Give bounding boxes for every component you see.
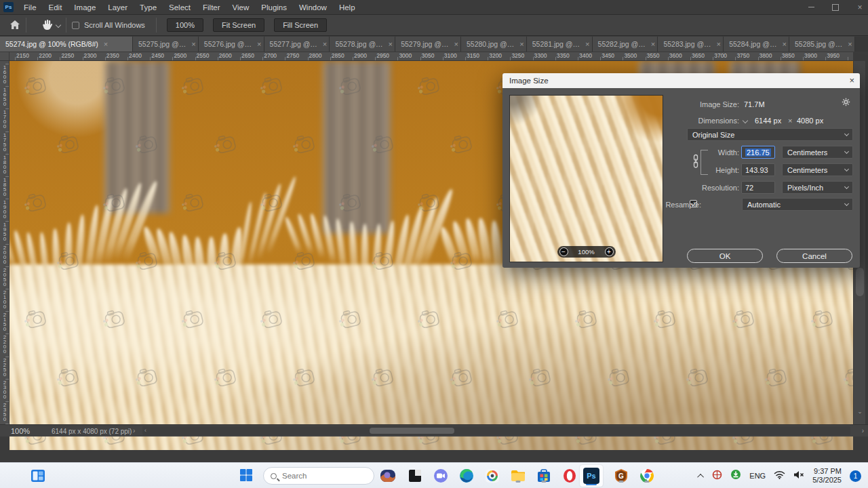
teams-chat-icon[interactable] (433, 468, 449, 484)
tab-close-icon[interactable]: × (651, 40, 655, 48)
tab-label: 55274.jpg @ 100% (RGB/8#) (5, 40, 98, 48)
document-tab[interactable]: 55282.jpg @…× (593, 37, 658, 52)
dialog-title-bar[interactable]: Image Size × (502, 73, 860, 88)
fit-screen-button[interactable]: Fit Screen (213, 18, 264, 32)
menu-item-type[interactable]: Type (134, 1, 163, 14)
document-tab[interactable]: 55279.jpg @…× (395, 37, 461, 52)
menu-item-file[interactable]: File (18, 1, 43, 14)
resolution-unit-dropdown[interactable]: Pixels/Inch (782, 181, 853, 194)
document-tab-active[interactable]: 55274.jpg @ 100% (RGB/8#)× (0, 37, 133, 52)
document-tab[interactable]: 55281.jpg @…× (527, 37, 593, 52)
cancel-button[interactable]: Cancel (776, 249, 852, 263)
resample-dropdown[interactable]: Automatic (742, 198, 853, 211)
image-preview[interactable]: − 100% + (509, 95, 663, 262)
tab-close-icon[interactable]: × (191, 40, 195, 48)
tab-close-icon[interactable]: × (104, 40, 108, 48)
file-explorer-icon[interactable] (510, 468, 526, 484)
tab-close-icon[interactable]: × (519, 40, 524, 48)
dark-app-icon[interactable] (407, 468, 423, 484)
document-tab[interactable]: 55280.jpg @…× (461, 37, 527, 52)
dialog-close-icon[interactable]: × (849, 75, 854, 85)
menu-item-plugins[interactable]: Plugins (255, 1, 293, 14)
tab-close-icon[interactable]: × (585, 40, 589, 48)
ruler-tick-label: 2400 (129, 52, 142, 59)
tray-app-icon-red[interactable] (712, 470, 722, 483)
svg-text:G: G (618, 472, 624, 480)
language-indicator[interactable]: ENG (749, 472, 766, 480)
document-tab[interactable]: 55278.jpg @…× (330, 37, 395, 52)
fill-screen-button[interactable]: Fill Screen (274, 18, 327, 32)
horizontal-scrollbar[interactable]: ‹ (142, 426, 850, 435)
document-tab[interactable]: 55275.jpg @…× (133, 37, 199, 52)
tray-expand-icon[interactable] (697, 473, 704, 480)
dimensions-chevron-icon[interactable] (743, 118, 748, 123)
height-input[interactable]: 143.93 (741, 163, 775, 176)
hand-tool-icon[interactable] (41, 19, 52, 32)
document-tab[interactable]: 55284.jpg @…× (724, 37, 789, 52)
scroll-left-icon[interactable]: ‹ (144, 427, 146, 434)
system-tray: ENG 9:37 PM 5/3/2025 1 (699, 463, 868, 488)
microsoft-store-icon[interactable] (536, 468, 552, 484)
zoom-out-button[interactable]: − (559, 247, 568, 256)
chrome-browser-icon[interactable] (639, 468, 655, 484)
fit-to-dropdown[interactable]: Original Size (687, 128, 853, 141)
document-tab[interactable]: 55283.jpg @…× (658, 37, 724, 52)
tab-close-icon[interactable]: × (257, 40, 261, 48)
start-button[interactable] (239, 468, 255, 484)
scroll-right-icon[interactable]: › (862, 427, 864, 434)
horizontal-scrollbar-thumb[interactable] (370, 428, 454, 434)
photos-app-icon[interactable] (380, 468, 396, 484)
document-tab[interactable]: 55277.jpg @…× (264, 37, 330, 52)
ok-button[interactable]: OK (687, 249, 763, 263)
gear-icon[interactable] (842, 98, 850, 108)
snipping-tool-icon[interactable] (484, 468, 500, 484)
menu-item-select[interactable]: Select (163, 1, 197, 14)
ruler-tick-label: 2950 (376, 52, 389, 59)
zoom-in-button[interactable]: + (605, 247, 614, 256)
tab-close-icon[interactable]: × (848, 40, 852, 48)
status-zoom-field[interactable]: 100% (11, 427, 30, 435)
clock[interactable]: 9:37 PM 5/3/2025 (812, 467, 842, 485)
zoom-100-button[interactable]: 100% (167, 18, 203, 32)
menu-item-window[interactable]: Window (293, 1, 333, 14)
widgets-tile-icon[interactable] (30, 468, 46, 484)
idm-tray-icon[interactable] (730, 469, 741, 483)
vertical-scrollbar-thumb[interactable] (856, 268, 864, 296)
height-unit-dropdown[interactable]: Centimeters (782, 163, 853, 176)
width-input[interactable]: 216.75 (741, 146, 775, 159)
opera-browser-icon[interactable] (561, 468, 578, 484)
tab-close-icon[interactable]: × (454, 40, 458, 48)
document-tab[interactable]: 55276.jpg @…× (199, 37, 264, 52)
chevron-down-icon[interactable] (56, 22, 61, 28)
volume-muted-icon[interactable] (793, 470, 804, 482)
menu-item-image[interactable]: Image (68, 1, 102, 14)
home-icon[interactable] (9, 20, 20, 31)
edge-browser-icon[interactable] (458, 468, 475, 484)
menu-item-help[interactable]: Help (333, 1, 361, 14)
maximize-button[interactable] (831, 3, 840, 12)
tab-close-icon[interactable]: × (717, 40, 721, 48)
status-menu-arrow-icon[interactable]: › (133, 427, 135, 434)
tab-close-icon[interactable]: × (389, 40, 393, 48)
photoshop-taskbar-icon[interactable]: Ps (583, 468, 599, 484)
menu-item-filter[interactable]: Filter (197, 1, 226, 14)
width-unit-dropdown[interactable]: Centimeters (782, 146, 853, 159)
scroll-all-windows-checkbox[interactable] (72, 22, 79, 29)
scroll-down-icon[interactable]: ⌄ (854, 408, 866, 415)
menu-item-layer[interactable]: Layer (102, 1, 134, 14)
minimize-button[interactable] (807, 3, 815, 12)
document-tab[interactable]: 55285.jpg @…× (789, 37, 855, 52)
ruler-tick-label: 2550 (197, 52, 210, 59)
menu-item-view[interactable]: View (226, 1, 256, 14)
wifi-icon[interactable] (774, 470, 785, 482)
running-indicator (645, 481, 650, 483)
search-box[interactable] (263, 467, 374, 485)
search-input[interactable] (282, 472, 357, 480)
resolution-input[interactable]: 72 (741, 181, 775, 194)
tab-close-icon[interactable]: × (782, 40, 786, 48)
tab-close-icon[interactable]: × (323, 40, 327, 48)
close-button[interactable]: × (856, 3, 864, 12)
notification-badge[interactable]: 1 (850, 470, 861, 482)
g-app-icon[interactable]: G (613, 468, 629, 484)
menu-item-edit[interactable]: Edit (43, 1, 68, 14)
